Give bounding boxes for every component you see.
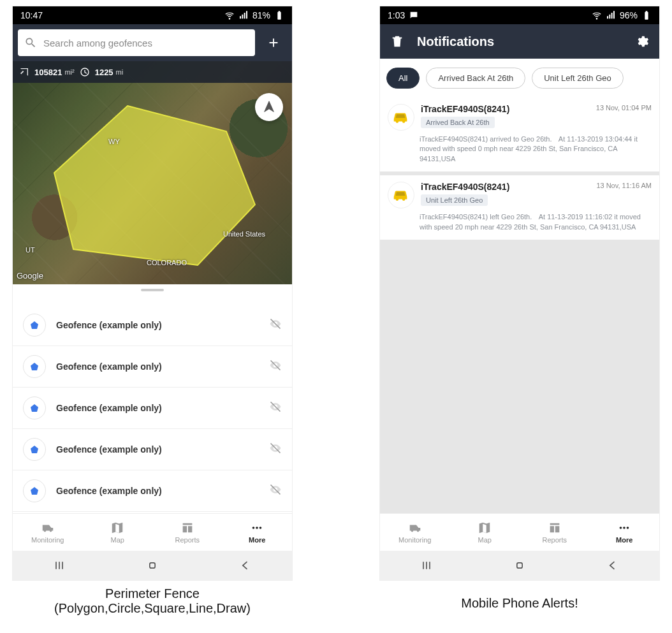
- svg-point-9: [259, 527, 262, 529]
- timestamp: 13 Nov, 11:16 AM: [596, 182, 652, 189]
- notification-list[interactable]: iTrackEF4940S(8241)Arrived Back At 26th1…: [380, 98, 659, 513]
- delete-icon[interactable]: [390, 34, 404, 48]
- notification-description: iTrackEF4940S(8241) left Geo 26th. At 11…: [420, 212, 652, 232]
- signal-icon: [606, 10, 616, 20]
- notification-card[interactable]: iTrackEF4940S(8241)Arrived Back At 26th1…: [380, 98, 659, 171]
- compass-button[interactable]: [255, 93, 283, 121]
- visibility-toggle[interactable]: [269, 359, 282, 374]
- tab-more[interactable]: More: [223, 514, 293, 551]
- svg-point-8: [256, 527, 258, 529]
- map-icon: [478, 521, 492, 535]
- svg-point-7: [252, 527, 255, 529]
- status-bar: 1:03 96%: [380, 6, 659, 24]
- map-view[interactable]: 105821 mi² 1225 mi WY United States COLO…: [13, 61, 292, 284]
- tab-monitoring[interactable]: Monitoring: [380, 514, 450, 551]
- notification-description: iTrackEF4940S(8241) arrived to Geo 26th.…: [420, 135, 652, 164]
- status-battery: 81%: [252, 10, 270, 20]
- visibility-toggle[interactable]: [269, 483, 282, 498]
- distance-icon: [80, 67, 90, 77]
- area-icon: [19, 67, 29, 77]
- tab-more[interactable]: More: [590, 514, 660, 551]
- drag-handle[interactable]: [13, 284, 292, 296]
- tab-reports[interactable]: Reports: [520, 514, 590, 551]
- notification-card[interactable]: iTrackEF4940S(8241)Unit Left 26th Geo13 …: [380, 175, 659, 240]
- status-time: 10:47: [20, 10, 43, 20]
- battery-icon: [274, 10, 284, 20]
- tab-monitoring[interactable]: Monitoring: [13, 514, 83, 551]
- signal-icon: [238, 10, 249, 20]
- unit-name: iTrackEF4940S(8241): [421, 104, 590, 114]
- reports-icon: [180, 521, 194, 535]
- geofence-label: Geofence (example only): [56, 361, 259, 372]
- geofence-row[interactable]: Geofence (example only): [13, 429, 292, 470]
- home-button[interactable]: [146, 559, 159, 572]
- wifi-icon: [224, 10, 235, 20]
- event-badge: Unit Left 26th Geo: [421, 194, 488, 206]
- status-battery: 96%: [620, 10, 638, 20]
- unit-name: iTrackEF4940S(8241): [421, 182, 590, 192]
- chip-all[interactable]: All: [386, 68, 420, 89]
- bottom-tab-bar: Monitoring Map Reports More: [380, 513, 659, 551]
- recents-button[interactable]: [53, 559, 66, 572]
- svg-marker-4: [31, 446, 38, 453]
- tab-map[interactable]: Map: [450, 514, 520, 551]
- map-label-ut: UT: [26, 246, 35, 254]
- reports-icon: [548, 521, 562, 535]
- wifi-icon: [592, 10, 602, 20]
- pentagon-icon: [23, 479, 46, 502]
- svg-marker-1: [31, 321, 38, 329]
- geofence-row[interactable]: Geofence (example only): [13, 470, 292, 512]
- svg-rect-10: [150, 563, 155, 568]
- geofence-list[interactable]: Geofence (example only)Geofence (example…: [13, 296, 292, 513]
- svg-marker-0: [54, 106, 255, 265]
- back-button[interactable]: [239, 559, 252, 572]
- phone-geofences: 10:47 81% Search among geofences 105821 …: [13, 6, 292, 580]
- more-icon: [250, 521, 264, 535]
- pentagon-icon: [23, 355, 46, 378]
- recents-button[interactable]: [420, 559, 433, 572]
- timestamp: 13 Nov, 01:04 PM: [596, 104, 652, 112]
- map-label-us: United States: [223, 230, 265, 238]
- bottom-tab-bar: Monitoring Map Reports More: [13, 513, 292, 551]
- notifications-header: Notifications: [380, 24, 659, 59]
- filter-chips: All Arrived Back At 26th Unit Left 26th …: [380, 59, 659, 98]
- geofence-row[interactable]: Geofence (example only): [13, 388, 292, 429]
- status-time: 1:03: [388, 10, 405, 20]
- van-icon: [408, 521, 422, 535]
- geofence-row[interactable]: Geofence (example only): [13, 346, 292, 388]
- battery-icon: [641, 10, 652, 20]
- visibility-toggle[interactable]: [269, 400, 282, 416]
- message-icon: [409, 10, 419, 20]
- visibility-toggle[interactable]: [269, 442, 282, 457]
- chip-arrived[interactable]: Arrived Back At 26th: [426, 68, 525, 89]
- vehicle-icon: [388, 104, 414, 131]
- svg-point-11: [620, 527, 622, 529]
- search-icon: [24, 36, 37, 49]
- gear-icon[interactable]: [635, 34, 649, 48]
- add-geofence-button[interactable]: [260, 29, 287, 56]
- geofence-row[interactable]: Geofence (example only): [13, 305, 292, 346]
- geofence-polygon[interactable]: [51, 103, 261, 268]
- search-input[interactable]: Search among geofences: [18, 29, 255, 56]
- pentagon-icon: [23, 438, 46, 461]
- android-nav-bar: [13, 551, 292, 580]
- geofence-label: Geofence (example only): [56, 320, 259, 330]
- vehicle-icon: [388, 182, 414, 208]
- distance-unit: mi: [116, 68, 124, 76]
- status-bar: 10:47 81%: [13, 6, 292, 24]
- map-icon: [110, 521, 124, 535]
- android-nav-bar: [380, 551, 659, 580]
- tab-map[interactable]: Map: [83, 514, 153, 551]
- tab-reports[interactable]: Reports: [152, 514, 223, 551]
- home-button[interactable]: [513, 559, 526, 572]
- distance-value: 1225: [95, 68, 113, 77]
- svg-marker-3: [31, 404, 38, 412]
- pentagon-icon: [23, 314, 46, 337]
- svg-marker-2: [31, 363, 38, 370]
- van-icon: [41, 521, 55, 535]
- back-button[interactable]: [606, 559, 619, 572]
- map-label-co: COLORADO: [147, 259, 187, 266]
- chip-left[interactable]: Unit Left 26th Geo: [532, 68, 624, 89]
- visibility-toggle[interactable]: [269, 317, 282, 333]
- svg-point-12: [623, 527, 625, 529]
